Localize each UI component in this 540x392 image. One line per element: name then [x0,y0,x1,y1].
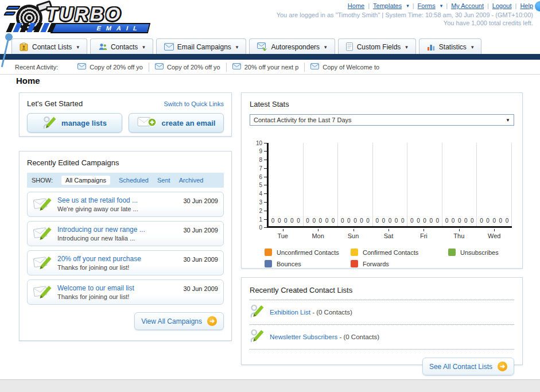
campaign-text: See us at the retail food ...We're givin… [57,196,178,212]
header-link-templates[interactable]: Templates [373,2,402,9]
data-value-label: 0 [332,218,335,224]
recent-activity-item[interactable]: Copy of 20% off yo [72,63,149,72]
contact-list-text: Newsletter Subscribers - (0 Contacts) [270,333,379,340]
chart-category-group: 00000 [338,143,373,226]
contact-list-count: - (0 Contacts) [310,309,352,316]
y-tick-label: 9 [259,148,262,154]
y-tick-label: 0 [259,224,262,231]
data-value-label: 0 [366,218,370,224]
campaign-list-item[interactable]: Welcome to our email listThanks for join… [27,280,224,305]
envelope-pencil-icon [33,283,52,301]
data-value-label: 0 [436,218,440,224]
y-tick-label: 7 [259,165,262,172]
chart-category-group: 00000 [477,143,512,226]
filter-scheduled[interactable]: Scheduled [119,177,149,184]
chart-category-group: 00000 [442,143,477,226]
latest-stats-title: Latest Stats [250,100,514,108]
envelope-pencil-icon [33,224,52,243]
filter-sent[interactable]: Sent [157,177,170,184]
data-value-label: 0 [325,218,329,224]
stats-period-select[interactable]: Contact Activity for the Last 7 Days ▼ [250,114,514,126]
campaign-filter-bar: SHOW: All CampaignsScheduledSentArchived [27,173,224,188]
data-value-label: 0 [284,218,288,224]
data-value-label: 0 [464,218,468,224]
envelope-pencil-icon [33,254,52,272]
help-bubble-icon[interactable] [535,1,540,11]
x-tick-label: Tue [265,229,300,239]
data-value-label: 0 [306,218,309,224]
top-header: TURBO EMAIL Home|Templates▾|Forms▾|My Ac… [0,0,540,38]
tab-label: Custom Fields [357,43,401,51]
filter-all-campaigns[interactable]: All Campaigns [61,176,110,185]
see-all-contact-lists-button[interactable]: See All Contact Lists ➜ [422,358,514,375]
y-tick-label: 1 [259,216,262,223]
campaign-subtitle: Thanks for joining our list! [57,264,178,271]
campaign-title-link[interactable]: 20% off your next purchase [57,255,178,263]
create-email-button[interactable]: create an email [129,113,224,133]
tab-autoresponders[interactable]: Autoresponders▾ [249,38,335,55]
legend-item: Confirmed Contacts [351,249,448,256]
contact-list-item[interactable]: Exhibition List - (0 Contacts) [250,300,514,325]
data-value-label: 0 [290,218,294,224]
recent-activity-item[interactable]: Copy of 20% off yo [149,63,227,72]
contact-list-text: Exhibition List - (0 Contacts) [270,309,352,316]
header-link-home[interactable]: Home [348,2,364,9]
header-link-help[interactable]: Help [520,2,533,9]
contact-list-name-link[interactable]: Newsletter Subscribers [270,333,337,340]
envelope-icon [310,63,319,71]
y-tick-label: 5 [259,182,262,188]
tab-statistics[interactable]: Statistics▾ [419,38,482,55]
contact-lists-title: Recently Created Contact Lists [250,286,352,294]
campaign-list-item[interactable]: 20% off your next purchaseThanks for joi… [27,250,224,275]
tab-email-campaigns[interactable]: Email Campaigns▾ [156,38,247,55]
arrow-right-icon: ➜ [207,316,217,326]
contact-list-name-link[interactable]: Exhibition List [270,309,310,316]
campaign-title-link[interactable]: Welcome to our email list [57,284,178,292]
campaign-title-link[interactable]: Introducing our new range ... [57,226,178,234]
tab-contact-lists[interactable]: Contact Lists▾ [11,38,87,55]
tab-custom-fields[interactable]: Custom Fields▾ [338,38,416,55]
data-value-label: 0 [401,218,405,224]
login-status-text: You are logged in as "Timothy Smith" | S… [277,11,533,18]
campaign-list-item[interactable]: See us at the retail food ...We're givin… [27,192,224,217]
campaign-title-link[interactable]: See us at the retail food ... [57,196,178,204]
x-tick-label: Fri [406,229,441,239]
tab-label: Contacts [111,43,138,51]
person-pencil-icon [250,328,264,346]
header-link-logout[interactable]: Logout [492,2,512,9]
x-tick-label: Sat [371,229,406,239]
data-value-label: 0 [486,218,490,224]
link-separator: | [413,2,414,9]
data-value-label: 0 [423,218,426,224]
filter-archived[interactable]: Archived [179,177,204,184]
campaign-list-item[interactable]: Introducing our new range ...Introducing… [27,221,224,246]
data-value-label: 0 [382,218,386,224]
data-value-label: 0 [445,218,449,224]
custom-fields-icon [346,42,353,51]
campaign-text: 20% off your next purchaseThanks for joi… [57,255,178,271]
campaigns-title: Recently Edited Campaigns [27,158,224,167]
chevron-down-icon: ▾ [440,3,443,9]
envelope-icon [77,63,86,71]
view-all-campaigns-button[interactable]: View All Campaigns ➜ [134,312,224,330]
arrow-right-icon: ➜ [498,362,507,371]
switch-quick-links-link[interactable]: Switch to Quick Links [164,100,224,107]
header-link-forms[interactable]: Forms [418,2,436,9]
recent-activity-item[interactable]: Copy of Welcome to [305,63,385,72]
tab-contacts[interactable]: Contacts▾ [90,38,153,55]
data-value-label: 0 [360,218,363,224]
flame-icon [3,11,16,15]
y-tick-label: 2 [259,208,262,214]
data-value-label: 0 [452,218,455,224]
campaign-text: Introducing our new range ...Introducing… [57,226,178,242]
header-link-my-account[interactable]: My Account [451,2,484,9]
data-value-label: 0 [410,218,414,224]
manage-lists-button[interactable]: manage lists [27,113,122,133]
chart-category-group: 00000 [304,143,339,226]
recent-activity-item-label: Copy of Welcome to [323,64,379,71]
campaigns-panel: Recently Edited Campaigns SHOW: All Camp… [19,151,232,341]
recent-activity-item[interactable]: 20% off your next p [227,63,305,72]
data-value-label: 0 [376,218,379,224]
contact-list-item[interactable]: Newsletter Subscribers - (0 Contacts) [250,325,514,350]
tab-label: Statistics [439,43,467,51]
